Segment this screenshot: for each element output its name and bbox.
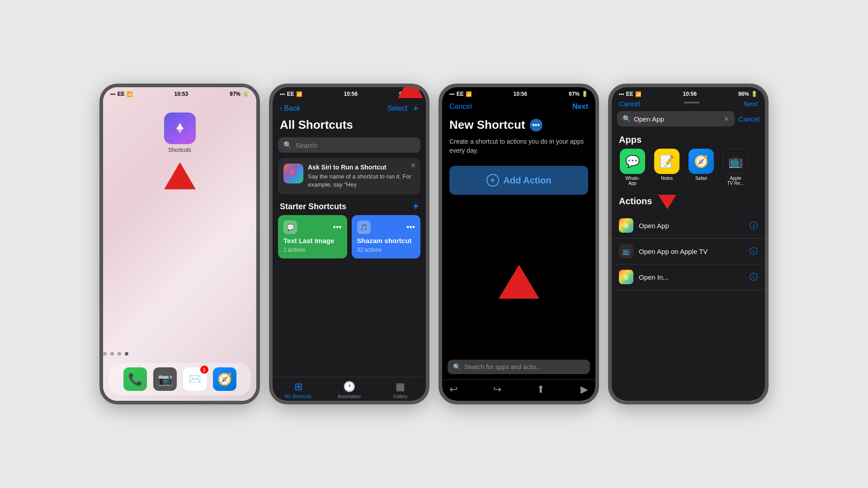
whatsapp-label: Whats-App xyxy=(625,176,640,186)
clear-search-button[interactable]: ✕ xyxy=(724,115,729,122)
search-bar-3[interactable]: 🔍 Search for apps and actio... xyxy=(448,360,590,374)
appletv-label: AppleTV Re... xyxy=(727,176,744,186)
text-last-image-card[interactable]: 💬 ••• Text Last Image 2 actions xyxy=(278,215,347,258)
section-add-button[interactable]: + xyxy=(413,201,419,212)
screenshots-container: ▪▪▪ EE 📶 10:53 97% 🔋 xyxy=(81,66,787,422)
signal-icon-3: ▪▪▪ xyxy=(449,91,455,97)
carrier-4: EE xyxy=(626,91,633,97)
cancel-button-3[interactable]: Cancel xyxy=(449,103,472,111)
text-last-image-menu[interactable]: ••• xyxy=(333,223,342,232)
next-top-4[interactable]: Next xyxy=(744,100,758,108)
shazam-menu[interactable]: ••• xyxy=(406,223,415,232)
open-app-tv-action[interactable]: 📺 Open App on Apple TV ⓘ xyxy=(612,239,765,264)
add-shortcut-button[interactable]: + xyxy=(413,103,419,114)
wifi-icon-1: 📶 xyxy=(127,91,133,97)
add-action-button[interactable]: + Add Action xyxy=(449,166,588,195)
home-content: Shortcuts xyxy=(103,99,256,352)
svg-point-0 xyxy=(287,167,300,180)
tab-automation[interactable]: 🕐 Automation xyxy=(324,381,375,399)
red-arrow-up-1 xyxy=(164,162,196,189)
automation-label: Automation xyxy=(338,394,361,399)
battery-1: 97% xyxy=(230,91,241,97)
battery-3: 97% xyxy=(569,91,580,97)
time-2: 10:56 xyxy=(344,91,358,97)
shortcut-options-button[interactable]: ••• xyxy=(530,119,542,131)
screen4: ▪▪▪ EE 📶 10:56 96% 🔋 Cancel Next 🔍 Open xyxy=(612,87,765,401)
next-button-3[interactable]: Next xyxy=(572,103,588,111)
page-dots xyxy=(103,352,256,356)
share-button[interactable]: ⬆ xyxy=(537,384,545,395)
tab-gallery[interactable]: ▦ Gallery xyxy=(375,381,426,399)
tab-my-shortcuts[interactable]: ⊞ My Shortcuts xyxy=(273,381,324,399)
phone-frame-3: ▪▪▪ EE 📶 10:56 97% 🔋 Cancel Next New Sho… xyxy=(439,84,599,404)
safari-icon: 🧭 xyxy=(689,149,714,174)
shazam-title: Shazam shortcut xyxy=(357,237,415,245)
select-button[interactable]: Select xyxy=(387,104,407,113)
text-last-image-count: 2 actions xyxy=(283,247,342,253)
open-in-info[interactable]: ⓘ xyxy=(750,272,758,282)
dock-gmail[interactable]: ✉️ 1 xyxy=(183,367,207,391)
search-bar-2[interactable]: 🔍 Search xyxy=(278,137,420,153)
siri-text-block: Ask Siri to Run a Shortcut Say the name … xyxy=(308,164,415,189)
back-button[interactable]: ‹ Back xyxy=(280,104,300,113)
open-app-icon: ⊞ xyxy=(619,218,633,233)
battery-icon-1: 🔋 xyxy=(242,91,249,97)
search-field-4[interactable]: 🔍 Open App ✕ xyxy=(617,111,735,127)
undo-button[interactable]: ↩ xyxy=(449,384,458,395)
back-label: Back xyxy=(284,104,300,113)
my-shortcuts-label: My Shortcuts xyxy=(285,394,311,399)
carrier-2: EE xyxy=(287,91,294,97)
shazam-shortcut-card[interactable]: 🎵 ••• Shazam shortcut 32 actions xyxy=(352,215,421,258)
shortcuts-app[interactable]: Shortcuts xyxy=(164,113,196,153)
open-app-label: Open App xyxy=(639,222,744,230)
cancel-search-button[interactable]: Cancel xyxy=(738,115,760,123)
redo-button[interactable]: ↪ xyxy=(493,384,501,395)
dock-camera[interactable]: 📷 xyxy=(153,367,177,391)
wifi-icon-3: 📶 xyxy=(466,91,472,97)
status-right-3: 97% 🔋 xyxy=(569,91,588,97)
time-3: 10:56 xyxy=(513,91,527,97)
appletv-app[interactable]: 📺 AppleTV Re... xyxy=(722,149,749,186)
time-1: 10:53 xyxy=(174,91,188,97)
open-in-action[interactable]: ⊞ Open In... ⓘ xyxy=(612,264,765,290)
shortcuts-icon xyxy=(164,113,196,144)
play-button[interactable]: ▶ xyxy=(580,384,588,395)
signal-icon-4: ▪▪▪ xyxy=(619,91,624,97)
screen1: ▪▪▪ EE 📶 10:53 97% 🔋 xyxy=(103,87,256,401)
my-shortcuts-icon: ⊞ xyxy=(294,381,302,393)
battery-4: 96% xyxy=(738,91,749,97)
screen3: ▪▪▪ EE 📶 10:56 97% 🔋 Cancel Next New Sho… xyxy=(442,87,595,401)
cancel-top-4[interactable]: Cancel xyxy=(619,100,640,108)
notes-app[interactable]: 📝 Notes xyxy=(653,149,680,186)
red-arrow-2 xyxy=(398,84,423,98)
carrier-3: EE xyxy=(457,91,464,97)
dock: 📞 📷 ✉️ 1 🧭 xyxy=(108,363,251,395)
text-last-image-icon: 💬 xyxy=(283,221,297,234)
carrier-1: EE xyxy=(118,91,125,97)
new-shortcut-nav: Cancel Next xyxy=(442,99,595,114)
battery-icon-4: 🔋 xyxy=(751,91,758,97)
siri-card-title: Ask Siri to Run a Shortcut xyxy=(308,164,415,171)
dock-phone[interactable]: 📞 xyxy=(123,367,147,391)
status-bar-4: ▪▪▪ EE 📶 10:56 96% 🔋 xyxy=(612,87,765,99)
siri-card-desc: Say the name of a shortcut to run it. Fo… xyxy=(308,173,415,189)
shortcuts-grid: 💬 ••• Text Last Image 2 actions 🎵 ••• Sh… xyxy=(273,215,426,258)
status-left-3: ▪▪▪ EE 📶 xyxy=(449,91,472,97)
dot-3 xyxy=(118,352,121,356)
nav-actions: Select + xyxy=(387,103,419,114)
open-app-tv-info[interactable]: ⓘ xyxy=(750,246,758,257)
search-icon-4: 🔍 xyxy=(623,115,631,123)
open-app-tv-icon: 📺 xyxy=(619,244,633,258)
close-siri-card[interactable]: ✕ xyxy=(410,162,416,169)
open-app-action[interactable]: ⊞ Open App ⓘ xyxy=(612,213,765,239)
safari-app[interactable]: 🧭 Safari xyxy=(688,149,715,186)
wifi-icon-4: 📶 xyxy=(635,91,642,97)
appletv-icon: 📺 xyxy=(723,149,748,174)
safari-label: Safari xyxy=(695,176,707,181)
signal-icon-1: ▪▪▪ xyxy=(110,91,116,97)
dock-safari[interactable]: 🧭 xyxy=(213,367,236,391)
open-app-info[interactable]: ⓘ xyxy=(750,220,758,231)
dot-1 xyxy=(103,352,107,356)
whatsapp-app[interactable]: 💬 Whats-App xyxy=(619,149,646,186)
open-in-icon: ⊞ xyxy=(619,270,633,284)
